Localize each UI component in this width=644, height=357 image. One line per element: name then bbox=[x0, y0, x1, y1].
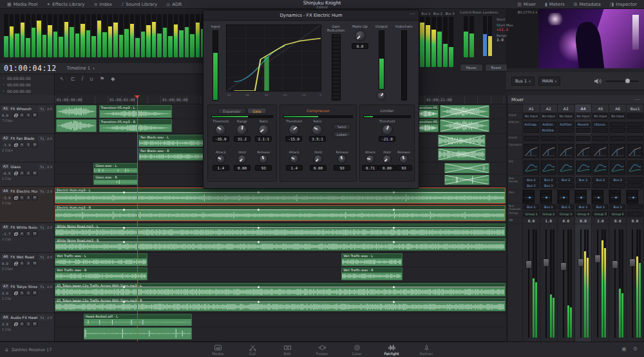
timeline-selector[interactable]: Timeline 1▾ bbox=[67, 66, 95, 71]
track-arm-button[interactable]: A bbox=[19, 291, 24, 296]
razor-icon[interactable]: / bbox=[81, 76, 83, 82]
audio-clip[interactable]: Wet Traffic.wav - R bbox=[341, 267, 402, 280]
page-tab-edit[interactable]: Edit bbox=[273, 343, 301, 356]
track-solo-button[interactable]: S bbox=[26, 113, 31, 118]
automation-line[interactable] bbox=[55, 287, 505, 287]
strip-insert-slot[interactable] bbox=[627, 136, 643, 141]
track-solo-button[interactable]: S bbox=[26, 261, 31, 266]
track-header[interactable]: A5FX White NoiseFx2.0-1.7ASM1 Clip bbox=[0, 223, 55, 252]
audio-clip[interactable]: White Noise Road.mp3 - L bbox=[55, 224, 506, 236]
strip-bus-send[interactable]: Bus 2 bbox=[610, 177, 625, 182]
strip-input[interactable]: No Input bbox=[610, 113, 625, 119]
track-header[interactable]: A8Audio FX Hawk Sc..Fx2.02.0ASM1 Clip bbox=[0, 313, 55, 341]
toolbar-button-metadata[interactable]: ⊞Metadata bbox=[569, 0, 605, 8]
threshold-value[interactable]: -15.0 bbox=[285, 136, 302, 142]
strip-insert-slot[interactable] bbox=[576, 136, 591, 141]
strip-input[interactable] bbox=[627, 113, 643, 119]
attack-value[interactable]: 0.71 bbox=[362, 165, 379, 171]
flag-icon[interactable]: ⚑ bbox=[100, 76, 104, 82]
attack-value[interactable]: 1.4 bbox=[213, 165, 229, 171]
ratio-knob[interactable] bbox=[312, 124, 323, 135]
automation-point[interactable] bbox=[393, 286, 395, 288]
strip-effect-slot[interactable]: Reverb bbox=[576, 122, 591, 127]
range-select-icon[interactable]: ⊏ bbox=[71, 76, 75, 82]
home-icon[interactable]: ⌂ bbox=[5, 347, 8, 352]
track-lock-button[interactable] bbox=[13, 231, 18, 236]
strip-bus-send[interactable]: Bus 2 bbox=[576, 177, 591, 182]
fader-handle[interactable] bbox=[560, 262, 567, 271]
listen-button[interactable]: Listen bbox=[333, 131, 351, 137]
strip-bus-output[interactable]: Bus 1 bbox=[558, 204, 574, 209]
ellipsis-icon[interactable]: ⋯ bbox=[410, 11, 415, 17]
send-button[interactable]: Send bbox=[333, 124, 351, 130]
strip-bus-send[interactable]: Bus 2 bbox=[558, 177, 574, 182]
track-fx-badge[interactable]: Fx bbox=[39, 136, 46, 141]
track-arm-button[interactable]: A bbox=[19, 261, 24, 266]
strip-effect-slot[interactable]: AUGrap.. bbox=[524, 122, 539, 127]
track-lanes[interactable]: Wet Traffic.wav - LWet Traffic.wav - RWe… bbox=[55, 253, 506, 282]
track-lock-button[interactable] bbox=[13, 261, 18, 266]
snap-icon[interactable]: ∪ bbox=[90, 76, 93, 82]
attack-value[interactable]: 1.4 bbox=[286, 165, 303, 171]
makeup-knob[interactable] bbox=[355, 30, 366, 41]
track-lanes[interactable]: 65_Tokyo Japan City Traffic Across With … bbox=[55, 282, 506, 313]
track-mute-button[interactable]: M bbox=[32, 322, 37, 327]
strip-level-value[interactable]: 0.0 bbox=[562, 219, 569, 223]
strip-bus-send[interactable]: · bbox=[627, 177, 643, 182]
hold-knob[interactable] bbox=[314, 155, 323, 164]
strip-group[interactable]: Group 6 bbox=[610, 211, 625, 217]
strip-input[interactable]: No Input bbox=[558, 113, 574, 119]
strip-input[interactable]: No Input bbox=[576, 113, 591, 119]
strip-channel-label[interactable]: A5 bbox=[592, 104, 609, 113]
strip-group[interactable]: Group 3 bbox=[558, 211, 574, 217]
release-knob[interactable] bbox=[337, 155, 346, 164]
track-arm-button[interactable]: A bbox=[19, 142, 24, 148]
audio-clip[interactable] bbox=[438, 148, 486, 160]
strip-bus-output[interactable]: Bus 1 bbox=[524, 204, 539, 209]
output-knob[interactable] bbox=[377, 92, 386, 101]
track-solo-button[interactable]: S bbox=[26, 291, 31, 296]
audio-clip[interactable]: Electric Hum.mp3 - R bbox=[55, 205, 506, 221]
automation-point[interactable] bbox=[123, 241, 125, 243]
strip-effect-slot[interactable]: Chorus.. bbox=[592, 122, 608, 127]
fader-track[interactable] bbox=[580, 229, 582, 338]
track-header[interactable]: A7FX Tokyo StreetFx2.02.0ASM1 Clip bbox=[0, 282, 55, 313]
automation-line[interactable] bbox=[55, 227, 505, 228]
range-value[interactable]: 31.2 bbox=[234, 136, 251, 142]
audio-clip[interactable]: White Noise Road.mp3 - R bbox=[55, 238, 506, 251]
track-arm-button[interactable]: A bbox=[19, 171, 24, 176]
release-value[interactable]: 93 bbox=[334, 165, 350, 171]
automation-point[interactable] bbox=[123, 301, 125, 303]
track-fx-badge[interactable]: Fx bbox=[39, 189, 46, 194]
strip-dynamics-graph[interactable] bbox=[610, 144, 625, 158]
audio-clip[interactable] bbox=[444, 175, 489, 185]
track-arm-button[interactable]: A bbox=[19, 195, 24, 200]
strip-effect-slot[interactable]: · bbox=[627, 122, 643, 127]
strip-dynamics-graph[interactable] bbox=[627, 144, 643, 158]
track-mute-button[interactable]: M bbox=[32, 195, 37, 200]
strip-pan-control[interactable] bbox=[575, 193, 587, 201]
strip-bus-send[interactable]: Bus 2 bbox=[524, 177, 539, 182]
strip-effect-slot[interactable]: · bbox=[524, 128, 539, 133]
volume-slider-handle[interactable] bbox=[625, 79, 630, 83]
track-fx-badge[interactable]: Fx bbox=[39, 106, 46, 111]
strip-input[interactable]: No Input bbox=[592, 113, 608, 119]
fader-track[interactable] bbox=[597, 229, 598, 338]
strip-bus-send[interactable]: · bbox=[610, 183, 625, 188]
monitor-volume-slider[interactable] bbox=[605, 81, 639, 82]
strip-eq-graph[interactable] bbox=[592, 160, 608, 175]
track-lock-button[interactable] bbox=[13, 195, 18, 200]
audio-clip[interactable]: Glass.wav - R bbox=[93, 175, 138, 185]
strip-level-value[interactable]: 0.0 bbox=[580, 219, 586, 223]
ratio-knob[interactable] bbox=[258, 124, 269, 135]
strip-channel-label[interactable]: A1 bbox=[523, 104, 540, 113]
automation-line[interactable] bbox=[55, 192, 505, 193]
strip-bus-send[interactable]: Bus 2 bbox=[592, 177, 608, 182]
track-fx-badge[interactable]: Fx bbox=[39, 284, 46, 289]
toolbar-button-effects-library[interactable]: ✦Effects Library bbox=[42, 0, 89, 8]
fader-track[interactable] bbox=[632, 229, 633, 338]
automation-point[interactable] bbox=[123, 209, 125, 211]
strip-pan-control[interactable] bbox=[627, 193, 638, 201]
track-mute-button[interactable]: M bbox=[32, 261, 37, 266]
strip-insert-slot[interactable] bbox=[541, 136, 556, 141]
